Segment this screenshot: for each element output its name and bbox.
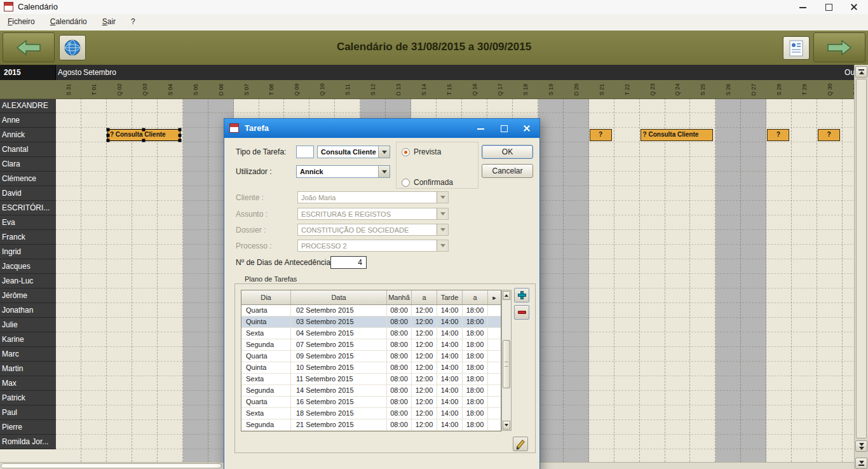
table-row[interactable]: Quarta16 Setembro 201508:0012:0014:0018:… xyxy=(241,397,501,408)
period-title: Calendário de 31/08/2015 a 30/09/2015 xyxy=(0,41,868,53)
calendar-event[interactable]: ? xyxy=(767,129,789,141)
sidebar-user-row[interactable]: Martin xyxy=(0,362,56,376)
day-header: S 04 xyxy=(158,80,183,99)
dialog-close-button[interactable] xyxy=(519,121,534,135)
table-row[interactable]: Segunda14 Setembro 201508:0012:0014:0018… xyxy=(241,385,501,397)
sidebar-user-row[interactable]: Julie xyxy=(0,318,56,332)
table-row[interactable]: Segunda07 Setembro 201508:0012:0014:0018… xyxy=(241,339,501,351)
menu-sair[interactable]: Sair xyxy=(95,14,123,29)
sidebar-user-row[interactable]: ESCRITÓRI... xyxy=(0,201,56,215)
vertical-scrollbar[interactable] xyxy=(854,65,868,469)
vertical-scrollbar-thumb[interactable] xyxy=(856,79,867,438)
sidebar-user-row[interactable]: Franck xyxy=(0,230,56,245)
minimize-button[interactable] xyxy=(790,0,816,14)
table-row[interactable]: Segunda21 Setembro 201508:0012:0014:0018… xyxy=(241,419,501,431)
sidebar-user-row[interactable]: Karine xyxy=(0,332,56,347)
dialog-titlebar[interactable]: Tarefa xyxy=(224,119,539,138)
sidebar-user-row[interactable]: Paul xyxy=(0,405,56,420)
close-button[interactable] xyxy=(841,0,867,14)
table-cell: Sexta xyxy=(241,374,291,384)
horizontal-scrollbar-thumb[interactable] xyxy=(1,463,222,468)
selection-handle[interactable] xyxy=(142,139,146,142)
utilizador-select[interactable]: Annick xyxy=(296,165,390,178)
confirmada-radio[interactable]: Confirmada xyxy=(402,178,453,187)
radio-checked-icon[interactable] xyxy=(402,148,410,156)
grid-column xyxy=(564,99,589,462)
day-header: T 29 xyxy=(792,80,817,99)
sidebar-user-row[interactable]: Clara xyxy=(0,157,56,172)
sidebar-user-row[interactable]: Patrick xyxy=(0,391,56,405)
table-scroll-up-button[interactable] xyxy=(503,291,510,300)
selection-handle[interactable] xyxy=(142,128,146,132)
table-row[interactable]: Sexta04 Setembro 201508:0012:0014:0018:0… xyxy=(241,328,501,339)
sidebar-user-row[interactable]: Jérôme xyxy=(0,289,56,303)
sidebar-user-row[interactable]: Marc xyxy=(0,347,56,362)
dossier-label: Dossier : xyxy=(236,226,266,234)
window-controls xyxy=(790,0,867,14)
day-header: S 26 xyxy=(715,80,741,99)
radio-unchecked-icon[interactable] xyxy=(402,179,410,187)
sidebar-user-row[interactable]: Ingrid xyxy=(0,245,56,259)
table-row[interactable]: Sexta11 Setembro 201508:0012:0014:0018:0… xyxy=(241,374,501,385)
maximize-button[interactable] xyxy=(816,0,841,14)
grid-column xyxy=(640,99,665,462)
table-scrollbar-thumb[interactable] xyxy=(503,340,510,388)
remove-row-button[interactable] xyxy=(514,305,529,320)
calendar-event[interactable]: ? Consulta Cliente xyxy=(641,129,714,141)
sidebar-user-row[interactable]: Max xyxy=(0,376,56,391)
calendar-event[interactable]: ? Consulta Cliente xyxy=(107,129,180,141)
sidebar-user-row[interactable]: Romilda Jor... xyxy=(0,435,56,449)
chevron-down-icon[interactable] xyxy=(378,166,390,177)
chevron-down-icon[interactable] xyxy=(378,146,390,158)
day-header: S 12 xyxy=(360,80,386,99)
day-header: S 28 xyxy=(766,80,792,99)
table-row[interactable]: Sexta18 Setembro 201508:0012:0014:0018:0… xyxy=(241,408,501,419)
tipo-select[interactable]: Consulta Cliente xyxy=(317,146,390,158)
selection-handle[interactable] xyxy=(106,128,109,132)
sidebar-user-row[interactable]: Jacques xyxy=(0,259,56,274)
selection-handle[interactable] xyxy=(106,139,109,142)
cancel-button[interactable]: Cancelar xyxy=(482,164,533,178)
calendar-event[interactable]: ? xyxy=(818,129,840,141)
scroll-page-down-button[interactable] xyxy=(855,440,867,452)
sidebar-user-row[interactable]: Anne xyxy=(0,113,56,128)
sidebar-user-row[interactable]: Chantal xyxy=(0,142,56,157)
table-scroll-down-button[interactable] xyxy=(503,421,510,430)
selection-handle[interactable] xyxy=(178,133,181,137)
next-period-button[interactable] xyxy=(813,32,865,62)
add-row-button[interactable] xyxy=(514,288,529,302)
edit-button[interactable] xyxy=(513,437,528,451)
scroll-to-top-button[interactable] xyxy=(855,66,867,78)
menu-ficheiro[interactable]: Ficheiro xyxy=(0,14,43,29)
table-row[interactable]: Quinta10 Setembro 201508:0012:0014:0018:… xyxy=(241,362,501,374)
contacts-button[interactable] xyxy=(783,36,810,60)
prevista-radio[interactable]: Prevista xyxy=(402,147,441,156)
menu-calendario[interactable]: Calendário xyxy=(43,14,95,29)
menu-help[interactable]: ? xyxy=(123,14,143,29)
selection-handle[interactable] xyxy=(178,128,181,132)
table-cell: 18:00 xyxy=(463,328,488,339)
table-row[interactable]: Quinta03 Setembro 201508:0012:0014:0018:… xyxy=(241,316,501,328)
tipo-code-input[interactable] xyxy=(296,146,314,158)
dialog-maximize-button[interactable] xyxy=(496,121,512,135)
ok-button[interactable]: OK xyxy=(482,145,533,159)
double-down-icon xyxy=(859,443,864,446)
antecedencia-input[interactable] xyxy=(330,256,367,269)
selection-handle[interactable] xyxy=(106,133,109,137)
sidebar-user-row[interactable]: Jean-Luc xyxy=(0,274,56,289)
dialog-minimize-button[interactable] xyxy=(473,121,489,135)
sidebar-user-row[interactable]: Pierre xyxy=(0,420,56,435)
grid-column xyxy=(690,99,715,462)
table-scrollbar[interactable] xyxy=(501,290,512,431)
sidebar-user-row[interactable]: Annick xyxy=(0,128,56,142)
calendar-event[interactable]: ? xyxy=(590,129,612,141)
sidebar-user-row[interactable]: Eva xyxy=(0,215,56,230)
scroll-to-bottom-button[interactable] xyxy=(855,458,867,469)
sidebar-user-row[interactable]: ALEXANDRE xyxy=(0,99,56,113)
sidebar-user-row[interactable]: Clémence xyxy=(0,172,56,186)
selection-handle[interactable] xyxy=(178,139,181,142)
table-row[interactable]: Quarta09 Setembro 201508:0012:0014:0018:… xyxy=(241,351,501,362)
sidebar-user-row[interactable]: David xyxy=(0,186,56,201)
table-row[interactable]: Quarta02 Setembro 201508:0012:0014:0018:… xyxy=(241,305,501,316)
sidebar-user-row[interactable]: Jonathan xyxy=(0,303,56,318)
